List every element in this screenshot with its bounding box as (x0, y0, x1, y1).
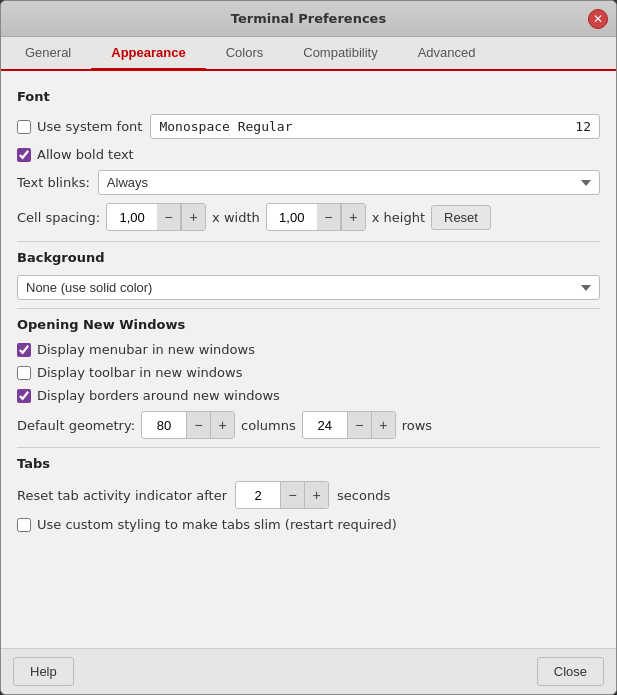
cell-spacing-label: Cell spacing: (17, 210, 100, 225)
background-section-title: Background (17, 250, 600, 265)
tab-appearance[interactable]: Appearance (91, 37, 205, 71)
tab-reset-input[interactable] (236, 484, 280, 507)
tab-bar: General Appearance Colors Compatibility … (1, 37, 616, 71)
divider-3 (17, 447, 600, 448)
text-blinks-dropdown[interactable]: Always Never On blink (98, 170, 600, 195)
cell-height-input[interactable] (267, 206, 317, 229)
main-content: Font Use system font Monospace Regular 1… (1, 71, 616, 648)
close-window-button[interactable]: ✕ (588, 9, 608, 29)
opening-windows-title: Opening New Windows (17, 317, 600, 332)
rows-input[interactable] (303, 414, 347, 437)
default-geometry-label: Default geometry: (17, 418, 135, 433)
cell-height-decrement[interactable]: − (317, 204, 341, 230)
rows-spinner: − + (302, 411, 396, 439)
columns-increment[interactable]: + (210, 412, 234, 438)
allow-bold-row: Allow bold text (17, 147, 600, 162)
close-button[interactable]: Close (537, 657, 604, 686)
display-toolbar-checkbox[interactable] (17, 366, 31, 380)
display-menubar-checkbox[interactable] (17, 343, 31, 357)
rows-increment[interactable]: + (371, 412, 395, 438)
columns-input[interactable] (142, 414, 186, 437)
x-height-label: x height (372, 210, 425, 225)
font-selector[interactable]: Monospace Regular 12 (150, 114, 600, 139)
background-dropdown-row: None (use solid color) Background image … (17, 275, 600, 300)
use-system-font-group: Use system font (17, 119, 142, 134)
cell-height-increment[interactable]: + (341, 204, 365, 230)
display-borders-checkbox[interactable] (17, 389, 31, 403)
tab-advanced[interactable]: Advanced (398, 37, 496, 71)
custom-styling-checkbox[interactable] (17, 518, 31, 532)
display-menubar-row: Display menubar in new windows (17, 342, 600, 357)
cell-width-decrement[interactable]: − (157, 204, 181, 230)
use-system-font-checkbox[interactable] (17, 120, 31, 134)
tab-general[interactable]: General (5, 37, 91, 71)
help-button[interactable]: Help (13, 657, 74, 686)
tab-compatibility[interactable]: Compatibility (283, 37, 397, 71)
rows-label: rows (402, 418, 432, 433)
custom-styling-label: Use custom styling to make tabs slim (re… (37, 517, 397, 532)
reset-cell-spacing-button[interactable]: Reset (431, 205, 491, 230)
text-blinks-label: Text blinks: (17, 175, 90, 190)
font-size: 12 (575, 119, 591, 134)
text-blinks-row: Text blinks: Always Never On blink (17, 170, 600, 195)
tab-reset-label: Reset tab activity indicator after (17, 488, 227, 503)
cell-height-spinner: − + (266, 203, 366, 231)
x-width-label: x width (212, 210, 260, 225)
tab-reset-decrement[interactable]: − (280, 482, 304, 508)
seconds-label: seconds (337, 488, 390, 503)
cell-width-increment[interactable]: + (181, 204, 205, 230)
cell-width-input[interactable] (107, 206, 157, 229)
display-toolbar-label: Display toolbar in new windows (37, 365, 242, 380)
titlebar: Terminal Preferences ✕ (1, 1, 616, 37)
display-borders-row: Display borders around new windows (17, 388, 600, 403)
rows-decrement[interactable]: − (347, 412, 371, 438)
font-section-title: Font (17, 89, 600, 104)
columns-spinner: − + (141, 411, 235, 439)
background-dropdown[interactable]: None (use solid color) Background image … (17, 275, 600, 300)
divider-2 (17, 308, 600, 309)
display-toolbar-row: Display toolbar in new windows (17, 365, 600, 380)
columns-label: columns (241, 418, 296, 433)
display-menubar-label: Display menubar in new windows (37, 342, 255, 357)
tab-reset-row: Reset tab activity indicator after − + s… (17, 481, 600, 509)
tab-colors[interactable]: Colors (206, 37, 284, 71)
divider-1 (17, 241, 600, 242)
default-geometry-row: Default geometry: − + columns − + rows (17, 411, 600, 439)
tab-reset-spinner: − + (235, 481, 329, 509)
allow-bold-checkbox[interactable] (17, 148, 31, 162)
cell-width-spinner: − + (106, 203, 206, 231)
tab-reset-increment[interactable]: + (304, 482, 328, 508)
window-title: Terminal Preferences (231, 11, 386, 26)
use-system-font-row: Use system font Monospace Regular 12 (17, 114, 600, 139)
allow-bold-label: Allow bold text (37, 147, 134, 162)
cell-spacing-row: Cell spacing: − + x width − + x height R… (17, 203, 600, 231)
columns-decrement[interactable]: − (186, 412, 210, 438)
display-borders-label: Display borders around new windows (37, 388, 280, 403)
custom-styling-row: Use custom styling to make tabs slim (re… (17, 517, 600, 532)
tabs-section-title: Tabs (17, 456, 600, 471)
font-name: Monospace Regular (159, 119, 292, 134)
terminal-preferences-window: Terminal Preferences ✕ General Appearanc… (0, 0, 617, 695)
use-system-font-label: Use system font (37, 119, 142, 134)
bottom-bar: Help Close (1, 648, 616, 694)
